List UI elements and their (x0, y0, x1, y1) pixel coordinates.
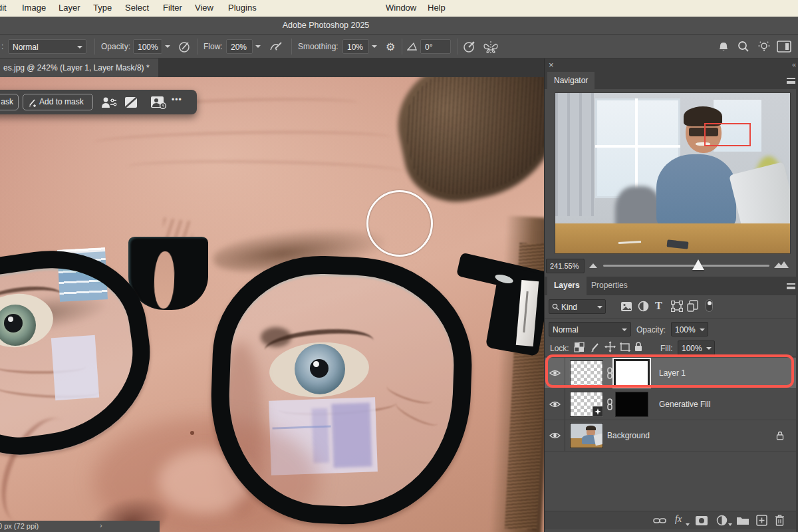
contextual-task-bar: ask Add to mask (0, 90, 197, 114)
lock-transparent-pixels-icon[interactable] (574, 342, 585, 352)
mask-link-icon[interactable] (606, 398, 613, 410)
navigator-zoom-field[interactable]: 241.55% (546, 259, 585, 273)
flow-field[interactable]: 20% (226, 39, 253, 54)
layer-opacity-field[interactable]: 100% (671, 322, 708, 336)
blend-mode-select[interactable]: Normal (8, 39, 86, 54)
filter-image-icon[interactable] (620, 301, 632, 312)
layer-name: Generative Fill (659, 400, 710, 409)
close-panel-icon[interactable]: × (549, 61, 554, 69)
symmetry-butterfly-icon[interactable] (483, 41, 499, 54)
brush-plus-icon (28, 98, 37, 107)
menu-view[interactable]: View (195, 3, 213, 13)
menu-image[interactable]: Image (22, 3, 46, 13)
canvas[interactable] (0, 77, 544, 532)
layer-thumbnail[interactable] (570, 392, 603, 417)
lightbulb-icon[interactable] (757, 40, 771, 53)
navigator-zoom-slider[interactable] (603, 265, 769, 267)
delete-layer-trash-icon[interactable] (775, 514, 785, 526)
lock-image-pixels-icon[interactable] (590, 342, 600, 352)
tab-layers[interactable]: Layers (547, 277, 587, 295)
layer-row-generative-fill[interactable]: Generative Fill (545, 389, 798, 420)
menu-select[interactable]: Select (125, 3, 149, 13)
smoothing-field[interactable]: 10% (342, 39, 369, 54)
layer-blend-mode-select[interactable]: Normal (549, 322, 631, 336)
invert-mask-icon[interactable] (124, 96, 138, 109)
layer-visibility-eye-icon[interactable] (549, 400, 561, 408)
menu-help[interactable]: Help (428, 3, 446, 13)
adjustment-layer-icon[interactable] (716, 515, 728, 526)
opacity-field[interactable]: 100% (133, 39, 162, 54)
background-lock-icon[interactable] (776, 431, 784, 440)
document-tab[interactable]: es.jpg @ 242% (Layer 1, Layer Mask/8) * (0, 59, 158, 77)
tab-navigator[interactable]: Navigator (547, 72, 595, 89)
menu-edit[interactable]: dit (0, 3, 7, 13)
annotation-layer1-highlight (545, 354, 794, 388)
pressure-opacity-icon[interactable] (178, 41, 191, 53)
opacity-label: Opacity: (101, 42, 130, 51)
kind-filter-select[interactable]: Kind (549, 299, 606, 314)
menu-filter[interactable]: Filter (163, 3, 182, 13)
zoom-slider-thumb[interactable] (692, 259, 704, 270)
new-group-folder-icon[interactable] (736, 515, 749, 525)
subject-settings-icon[interactable] (101, 96, 117, 108)
panel-menu-icon[interactable] (787, 78, 795, 84)
menu-plugins[interactable]: Plugins (228, 3, 257, 13)
layer-visibility-eye-icon[interactable] (549, 432, 561, 440)
panel-menu-icon[interactable] (787, 283, 795, 289)
lock-position-icon[interactable] (604, 341, 616, 352)
menu-layer[interactable]: Layer (59, 3, 80, 13)
new-layer-icon[interactable] (756, 515, 767, 526)
layer-row-background[interactable]: Background (545, 420, 798, 451)
zoom-in-mountains-icon[interactable] (773, 259, 789, 269)
thumb-window-bar (595, 145, 680, 148)
navigator-view-box[interactable] (704, 123, 751, 146)
thumb-desk (555, 223, 791, 254)
separator (565, 389, 565, 420)
menu-type[interactable]: Type (93, 3, 112, 13)
opacity-dropdown[interactable] (162, 39, 173, 54)
link-layers-icon[interactable] (653, 517, 666, 524)
status-chevron-icon[interactable]: › (100, 521, 102, 529)
workspace-icon[interactable] (777, 41, 791, 53)
pressure-size-icon[interactable] (463, 41, 476, 53)
smoothing-dropdown[interactable] (369, 39, 380, 54)
tab-properties[interactable]: Properties (585, 277, 634, 295)
status-text: 0 px (72 ppi) (0, 522, 39, 530)
filter-type-icon[interactable]: T (655, 300, 666, 312)
navigator-tab-label: Navigator (554, 76, 588, 85)
airbrush-icon[interactable] (269, 41, 283, 53)
navigator-thumbnail[interactable] (555, 92, 791, 254)
menu-window[interactable]: Window (386, 3, 416, 13)
layer-thumbnail[interactable] (570, 423, 603, 448)
forehead-wrinkle (93, 129, 392, 152)
layer-mask-thumbnail[interactable] (615, 392, 648, 417)
mole (190, 431, 194, 435)
gear-icon[interactable]: ⚙ (386, 41, 395, 53)
panel-column: × « Navigator (544, 59, 798, 532)
search-icon[interactable] (737, 40, 750, 53)
blend-mode-value: Normal (13, 43, 39, 52)
subject-history-icon[interactable] (150, 96, 167, 109)
kind-label: Kind (561, 303, 577, 312)
layer-fill-field[interactable]: 100% (678, 340, 715, 355)
notifications-bell-icon[interactable] (717, 40, 730, 53)
layers-tab-row: Layers Properties (545, 277, 798, 295)
angle-field[interactable]: 0° (420, 39, 451, 54)
lock-artboard-icon[interactable] (619, 342, 631, 352)
filter-adjustment-icon[interactable] (638, 301, 649, 312)
app-title: Adobe Photoshop 2025 (0, 21, 652, 30)
add-mask-icon[interactable] (695, 515, 708, 526)
filter-smart-object-icon[interactable] (687, 300, 698, 312)
lock-all-icon[interactable] (634, 341, 643, 352)
mask-button-partial[interactable]: ask (0, 94, 19, 110)
more-options-button[interactable]: ••• (172, 95, 182, 104)
flow-dropdown[interactable] (253, 39, 263, 54)
add-to-mask-button[interactable]: Add to mask (23, 94, 93, 110)
photoshop-window: dit Image Layer Type Select Filter View … (0, 0, 798, 532)
layer-blend-mode-value: Normal (553, 325, 579, 334)
zoom-out-mountain-icon[interactable] (589, 262, 598, 269)
filter-toggle-switch[interactable] (706, 299, 713, 312)
filter-shape-icon[interactable] (671, 301, 683, 312)
search-icon (552, 303, 559, 311)
menu-bar: dit Image Layer Type Select Filter View … (0, 0, 798, 17)
